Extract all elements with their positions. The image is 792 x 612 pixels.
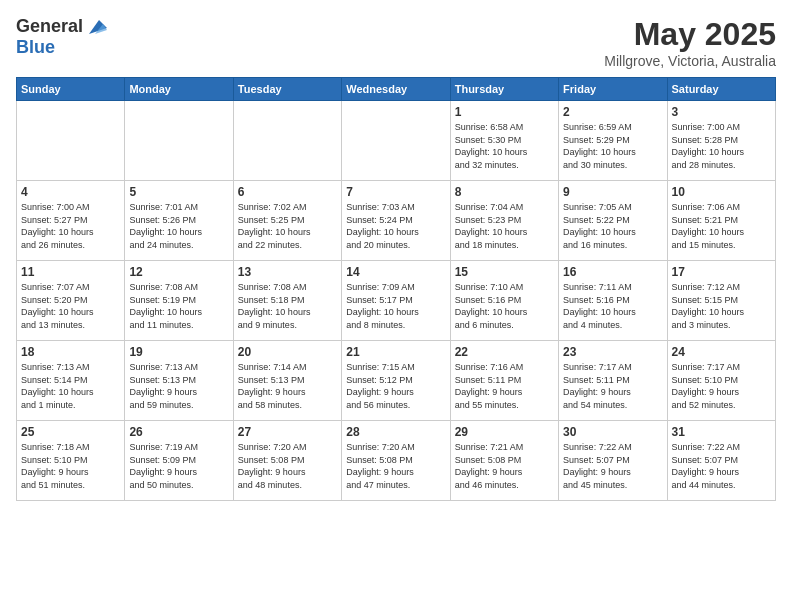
day-info: Sunrise: 7:16 AM Sunset: 5:11 PM Dayligh… bbox=[455, 361, 554, 411]
calendar-cell: 29Sunrise: 7:21 AM Sunset: 5:08 PM Dayli… bbox=[450, 421, 558, 501]
calendar-cell: 17Sunrise: 7:12 AM Sunset: 5:15 PM Dayli… bbox=[667, 261, 775, 341]
day-info: Sunrise: 7:14 AM Sunset: 5:13 PM Dayligh… bbox=[238, 361, 337, 411]
day-info: Sunrise: 6:59 AM Sunset: 5:29 PM Dayligh… bbox=[563, 121, 662, 171]
day-number: 1 bbox=[455, 105, 554, 119]
weekday-header-friday: Friday bbox=[559, 78, 667, 101]
day-number: 17 bbox=[672, 265, 771, 279]
day-number: 24 bbox=[672, 345, 771, 359]
page-header: General Blue May 2025 Millgrove, Victori… bbox=[16, 16, 776, 69]
calendar-cell: 5Sunrise: 7:01 AM Sunset: 5:26 PM Daylig… bbox=[125, 181, 233, 261]
day-number: 8 bbox=[455, 185, 554, 199]
calendar-cell bbox=[125, 101, 233, 181]
day-info: Sunrise: 7:03 AM Sunset: 5:24 PM Dayligh… bbox=[346, 201, 445, 251]
calendar-cell: 15Sunrise: 7:10 AM Sunset: 5:16 PM Dayli… bbox=[450, 261, 558, 341]
calendar-cell: 13Sunrise: 7:08 AM Sunset: 5:18 PM Dayli… bbox=[233, 261, 341, 341]
calendar-cell bbox=[17, 101, 125, 181]
weekday-header-thursday: Thursday bbox=[450, 78, 558, 101]
day-info: Sunrise: 7:22 AM Sunset: 5:07 PM Dayligh… bbox=[672, 441, 771, 491]
calendar-cell: 24Sunrise: 7:17 AM Sunset: 5:10 PM Dayli… bbox=[667, 341, 775, 421]
day-number: 9 bbox=[563, 185, 662, 199]
calendar-cell: 19Sunrise: 7:13 AM Sunset: 5:13 PM Dayli… bbox=[125, 341, 233, 421]
day-info: Sunrise: 7:00 AM Sunset: 5:27 PM Dayligh… bbox=[21, 201, 120, 251]
week-row-3: 11Sunrise: 7:07 AM Sunset: 5:20 PM Dayli… bbox=[17, 261, 776, 341]
day-info: Sunrise: 7:17 AM Sunset: 5:10 PM Dayligh… bbox=[672, 361, 771, 411]
day-number: 10 bbox=[672, 185, 771, 199]
day-number: 3 bbox=[672, 105, 771, 119]
calendar-cell: 7Sunrise: 7:03 AM Sunset: 5:24 PM Daylig… bbox=[342, 181, 450, 261]
calendar-cell: 30Sunrise: 7:22 AM Sunset: 5:07 PM Dayli… bbox=[559, 421, 667, 501]
weekday-header-monday: Monday bbox=[125, 78, 233, 101]
calendar-cell: 4Sunrise: 7:00 AM Sunset: 5:27 PM Daylig… bbox=[17, 181, 125, 261]
day-info: Sunrise: 7:04 AM Sunset: 5:23 PM Dayligh… bbox=[455, 201, 554, 251]
calendar-cell: 31Sunrise: 7:22 AM Sunset: 5:07 PM Dayli… bbox=[667, 421, 775, 501]
calendar-cell: 11Sunrise: 7:07 AM Sunset: 5:20 PM Dayli… bbox=[17, 261, 125, 341]
week-row-5: 25Sunrise: 7:18 AM Sunset: 5:10 PM Dayli… bbox=[17, 421, 776, 501]
day-number: 20 bbox=[238, 345, 337, 359]
day-number: 23 bbox=[563, 345, 662, 359]
day-info: Sunrise: 7:12 AM Sunset: 5:15 PM Dayligh… bbox=[672, 281, 771, 331]
day-number: 30 bbox=[563, 425, 662, 439]
calendar-cell: 22Sunrise: 7:16 AM Sunset: 5:11 PM Dayli… bbox=[450, 341, 558, 421]
calendar-cell: 12Sunrise: 7:08 AM Sunset: 5:19 PM Dayli… bbox=[125, 261, 233, 341]
day-info: Sunrise: 7:09 AM Sunset: 5:17 PM Dayligh… bbox=[346, 281, 445, 331]
calendar-cell bbox=[233, 101, 341, 181]
day-info: Sunrise: 7:20 AM Sunset: 5:08 PM Dayligh… bbox=[346, 441, 445, 491]
day-info: Sunrise: 7:00 AM Sunset: 5:28 PM Dayligh… bbox=[672, 121, 771, 171]
day-number: 18 bbox=[21, 345, 120, 359]
day-info: Sunrise: 7:06 AM Sunset: 5:21 PM Dayligh… bbox=[672, 201, 771, 251]
calendar-cell bbox=[342, 101, 450, 181]
day-info: Sunrise: 7:19 AM Sunset: 5:09 PM Dayligh… bbox=[129, 441, 228, 491]
day-info: Sunrise: 7:13 AM Sunset: 5:13 PM Dayligh… bbox=[129, 361, 228, 411]
week-row-1: 1Sunrise: 6:58 AM Sunset: 5:30 PM Daylig… bbox=[17, 101, 776, 181]
day-number: 26 bbox=[129, 425, 228, 439]
calendar-cell: 28Sunrise: 7:20 AM Sunset: 5:08 PM Dayli… bbox=[342, 421, 450, 501]
day-number: 16 bbox=[563, 265, 662, 279]
day-info: Sunrise: 7:10 AM Sunset: 5:16 PM Dayligh… bbox=[455, 281, 554, 331]
day-info: Sunrise: 7:17 AM Sunset: 5:11 PM Dayligh… bbox=[563, 361, 662, 411]
day-info: Sunrise: 7:21 AM Sunset: 5:08 PM Dayligh… bbox=[455, 441, 554, 491]
day-number: 25 bbox=[21, 425, 120, 439]
location-title: Millgrove, Victoria, Australia bbox=[604, 53, 776, 69]
day-info: Sunrise: 7:08 AM Sunset: 5:19 PM Dayligh… bbox=[129, 281, 228, 331]
day-info: Sunrise: 7:15 AM Sunset: 5:12 PM Dayligh… bbox=[346, 361, 445, 411]
day-info: Sunrise: 7:11 AM Sunset: 5:16 PM Dayligh… bbox=[563, 281, 662, 331]
logo: General Blue bbox=[16, 16, 107, 58]
logo-general: General bbox=[16, 17, 83, 37]
day-number: 7 bbox=[346, 185, 445, 199]
day-number: 4 bbox=[21, 185, 120, 199]
day-number: 31 bbox=[672, 425, 771, 439]
calendar-cell: 10Sunrise: 7:06 AM Sunset: 5:21 PM Dayli… bbox=[667, 181, 775, 261]
day-info: Sunrise: 7:18 AM Sunset: 5:10 PM Dayligh… bbox=[21, 441, 120, 491]
calendar-cell: 1Sunrise: 6:58 AM Sunset: 5:30 PM Daylig… bbox=[450, 101, 558, 181]
weekday-header-row: SundayMondayTuesdayWednesdayThursdayFrid… bbox=[17, 78, 776, 101]
day-number: 29 bbox=[455, 425, 554, 439]
day-info: Sunrise: 7:08 AM Sunset: 5:18 PM Dayligh… bbox=[238, 281, 337, 331]
day-number: 2 bbox=[563, 105, 662, 119]
day-number: 6 bbox=[238, 185, 337, 199]
calendar-cell: 8Sunrise: 7:04 AM Sunset: 5:23 PM Daylig… bbox=[450, 181, 558, 261]
day-number: 27 bbox=[238, 425, 337, 439]
month-title: May 2025 bbox=[604, 16, 776, 53]
day-number: 22 bbox=[455, 345, 554, 359]
day-info: Sunrise: 7:05 AM Sunset: 5:22 PM Dayligh… bbox=[563, 201, 662, 251]
calendar-cell: 18Sunrise: 7:13 AM Sunset: 5:14 PM Dayli… bbox=[17, 341, 125, 421]
day-number: 11 bbox=[21, 265, 120, 279]
weekday-header-saturday: Saturday bbox=[667, 78, 775, 101]
day-number: 28 bbox=[346, 425, 445, 439]
title-block: May 2025 Millgrove, Victoria, Australia bbox=[604, 16, 776, 69]
calendar-cell: 27Sunrise: 7:20 AM Sunset: 5:08 PM Dayli… bbox=[233, 421, 341, 501]
day-number: 13 bbox=[238, 265, 337, 279]
calendar-cell: 2Sunrise: 6:59 AM Sunset: 5:29 PM Daylig… bbox=[559, 101, 667, 181]
weekday-header-tuesday: Tuesday bbox=[233, 78, 341, 101]
day-info: Sunrise: 7:01 AM Sunset: 5:26 PM Dayligh… bbox=[129, 201, 228, 251]
week-row-2: 4Sunrise: 7:00 AM Sunset: 5:27 PM Daylig… bbox=[17, 181, 776, 261]
day-info: Sunrise: 7:22 AM Sunset: 5:07 PM Dayligh… bbox=[563, 441, 662, 491]
calendar-cell: 25Sunrise: 7:18 AM Sunset: 5:10 PM Dayli… bbox=[17, 421, 125, 501]
day-number: 12 bbox=[129, 265, 228, 279]
day-number: 19 bbox=[129, 345, 228, 359]
calendar-cell: 20Sunrise: 7:14 AM Sunset: 5:13 PM Dayli… bbox=[233, 341, 341, 421]
day-info: Sunrise: 7:02 AM Sunset: 5:25 PM Dayligh… bbox=[238, 201, 337, 251]
calendar-cell: 26Sunrise: 7:19 AM Sunset: 5:09 PM Dayli… bbox=[125, 421, 233, 501]
day-info: Sunrise: 7:07 AM Sunset: 5:20 PM Dayligh… bbox=[21, 281, 120, 331]
calendar-cell: 23Sunrise: 7:17 AM Sunset: 5:11 PM Dayli… bbox=[559, 341, 667, 421]
